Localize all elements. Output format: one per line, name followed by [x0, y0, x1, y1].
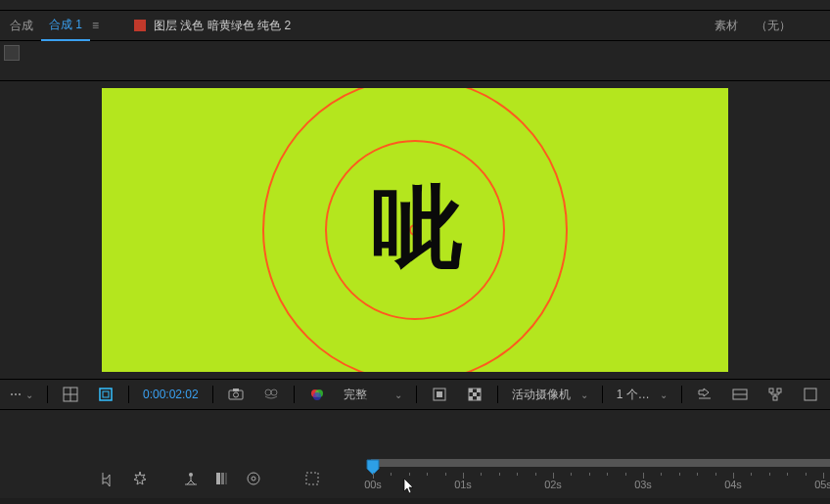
svg-point-27	[189, 473, 193, 477]
render-button[interactable]	[796, 384, 825, 405]
views-dropdown[interactable]: 1 个… ⌄	[611, 387, 673, 403]
tick-label: 05s	[814, 479, 830, 490]
transparency-grid-button[interactable]	[460, 384, 489, 405]
motion-blur-icon[interactable]	[213, 470, 231, 487]
svg-rect-7	[233, 389, 239, 391]
work-area-bar[interactable]	[371, 459, 830, 467]
graph-editor-icon[interactable]	[245, 470, 262, 487]
svg-point-33	[252, 477, 255, 481]
grid-button[interactable]	[56, 384, 85, 405]
tick-label: 01s	[454, 479, 472, 490]
tick-label: 04s	[724, 479, 742, 490]
svg-rect-29	[216, 473, 220, 484]
channel-button[interactable]	[302, 384, 332, 405]
svg-rect-3	[100, 389, 112, 400]
sub-strip	[0, 41, 830, 81]
svg-rect-24	[777, 389, 781, 392]
tab-composition-trunc[interactable]: 合成	[2, 11, 41, 40]
magnification-dropdown[interactable]: ⋯ ⌄	[4, 388, 39, 401]
composition-viewer[interactable]: 呲	[0, 81, 830, 379]
timeline-button[interactable]	[725, 384, 755, 405]
svg-rect-16	[469, 389, 473, 392]
svg-rect-34	[306, 473, 318, 484]
svg-rect-25	[773, 396, 777, 400]
viewer-controls-bar: ⋯ ⌄ 0:00:02:02 完整 ⌄ 活动摄像机 ⌄ 1 个… ⌄	[0, 379, 830, 410]
footage-value: （无）	[756, 18, 791, 34]
svg-rect-31	[225, 473, 227, 484]
timeline-gap	[0, 410, 830, 459]
tick-label: 00s	[364, 479, 382, 490]
tick-label: 02s	[544, 479, 562, 490]
svg-rect-23	[769, 389, 773, 392]
svg-rect-5	[229, 390, 243, 399]
current-timecode[interactable]: 0:00:02:02	[137, 388, 205, 401]
svg-point-8	[265, 389, 271, 395]
svg-point-12	[313, 392, 321, 400]
roi-button[interactable]	[425, 384, 454, 405]
flowchart-button[interactable]	[761, 384, 790, 405]
panel-tab-bar: 合成 合成 1 ≡ 图层 浅色 暗黄绿色 纯色 2 素材 （无）	[0, 11, 830, 41]
snapshot-button[interactable]	[221, 384, 251, 405]
panel-menu-icon[interactable]: ≡	[92, 19, 99, 32]
layer-name-text: 图层 浅色 暗黄绿色 纯色 2	[154, 18, 291, 34]
time-ruler[interactable]: 00s01s02s03s04s05s	[367, 459, 830, 498]
show-snapshot-button[interactable]	[256, 384, 286, 405]
svg-point-9	[271, 389, 277, 395]
svg-rect-20	[477, 396, 481, 400]
effects-icon[interactable]	[131, 470, 149, 487]
camera-dropdown[interactable]: 活动摄像机 ⌄	[506, 387, 594, 403]
layer-color-chip	[134, 20, 146, 31]
text-layer-content: 呲	[372, 167, 458, 289]
tick-label: 03s	[634, 479, 652, 490]
svg-rect-18	[473, 392, 477, 396]
shy-icon[interactable]	[100, 470, 117, 487]
draft-3d-icon[interactable]	[303, 470, 321, 487]
fast-preview-button[interactable]	[690, 384, 719, 405]
frame-blend-icon[interactable]	[182, 470, 200, 487]
composition-canvas[interactable]: 呲	[102, 88, 728, 372]
svg-rect-30	[221, 473, 224, 484]
svg-rect-17	[477, 389, 481, 392]
svg-rect-4	[103, 391, 109, 397]
timeline-toolbar: 00s01s02s03s04s05s	[0, 459, 830, 498]
svg-point-6	[233, 392, 238, 397]
mask-visibility-button[interactable]	[91, 384, 120, 405]
svg-rect-26	[805, 389, 816, 400]
mini-thumbnail[interactable]	[4, 45, 20, 61]
svg-rect-19	[469, 396, 473, 400]
resolution-dropdown[interactable]: 完整 ⌄	[338, 387, 408, 403]
top-strip	[0, 0, 830, 11]
tab-composition-active[interactable]: 合成 1	[41, 10, 90, 41]
svg-point-32	[248, 473, 259, 484]
footage-label: 素材	[715, 18, 738, 34]
svg-rect-14	[437, 391, 442, 397]
